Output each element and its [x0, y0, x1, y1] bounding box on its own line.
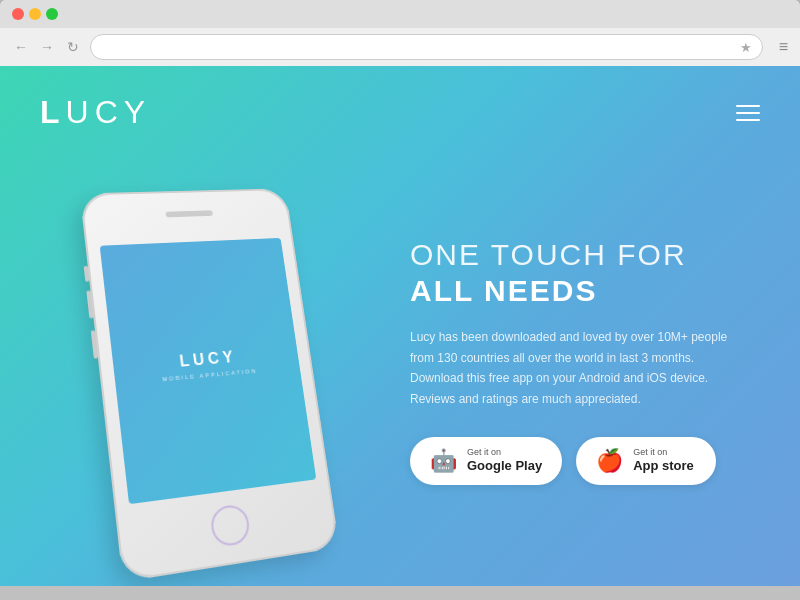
phone-screen-logo: LUCY [178, 348, 237, 370]
forward-button[interactable]: → [38, 38, 56, 56]
phone-screen-subtitle: MOBILE APPLICATION [162, 367, 258, 382]
phone-body: LUCY MOBILE APPLICATION [80, 188, 340, 582]
phone-mockup: LUCY MOBILE APPLICATION [40, 181, 380, 561]
phone-speaker [165, 210, 213, 217]
browser-nav: ← → ↻ ★ ≡ [0, 28, 800, 66]
maximize-button[interactable] [46, 8, 58, 20]
apple-icon: 🍎 [596, 450, 623, 472]
browser-window: ← → ↻ ★ ≡ LUCY [0, 0, 800, 586]
phone-screen: LUCY MOBILE APPLICATION [100, 238, 317, 504]
hamburger-line-2 [736, 112, 760, 114]
site-header: LUCY [0, 66, 800, 131]
hamburger-menu-button[interactable] [736, 105, 760, 121]
phone-home-button [209, 503, 251, 548]
website-content: LUCY LUCY MOBILE APPLICATION [0, 66, 800, 586]
app-store-pre-text: Get it on [633, 447, 694, 458]
store-buttons-group: 🤖 Get it on Google Play 🍎 Get it on App … [410, 437, 760, 485]
browser-menu-icon[interactable]: ≡ [779, 38, 788, 56]
address-bar[interactable]: ★ [90, 34, 763, 60]
browser-chrome: ← → ↻ ★ ≡ [0, 0, 800, 66]
minimize-button[interactable] [29, 8, 41, 20]
google-play-name: Google Play [467, 458, 542, 475]
site-main: LUCY MOBILE APPLICATION ONE TOUCH FOR AL… [0, 131, 800, 571]
logo-first-char: L [40, 94, 66, 130]
hero-heading-line1: ONE TOUCH FOR [410, 237, 760, 273]
close-button[interactable] [12, 8, 24, 20]
phone-volume-up-button [86, 290, 93, 318]
refresh-button[interactable]: ↻ [64, 38, 82, 56]
traffic-lights [12, 8, 58, 20]
hero-content: ONE TOUCH FOR ALL NEEDS Lucy has been do… [380, 237, 760, 484]
google-play-button[interactable]: 🤖 Get it on Google Play [410, 437, 562, 485]
hero-description: Lucy has been downloaded and loved by ov… [410, 327, 750, 409]
hero-heading-line2: ALL NEEDS [410, 273, 760, 309]
phone-wrapper: LUCY MOBILE APPLICATION [18, 187, 393, 586]
app-store-button[interactable]: 🍎 Get it on App store [576, 437, 716, 485]
android-icon: 🤖 [430, 450, 457, 472]
hamburger-line-1 [736, 105, 760, 107]
browser-titlebar [0, 0, 800, 28]
google-play-text: Get it on Google Play [467, 447, 542, 475]
phone-volume-down-button [91, 330, 98, 359]
site-logo: LUCY [40, 94, 151, 131]
back-button[interactable]: ← [12, 38, 30, 56]
app-store-name: App store [633, 458, 694, 475]
bookmark-icon[interactable]: ★ [740, 40, 752, 55]
hamburger-line-3 [736, 119, 760, 121]
google-play-pre-text: Get it on [467, 447, 542, 458]
logo-rest: UCY [66, 94, 152, 130]
phone-silent-switch [84, 266, 90, 282]
app-store-text: Get it on App store [633, 447, 694, 475]
